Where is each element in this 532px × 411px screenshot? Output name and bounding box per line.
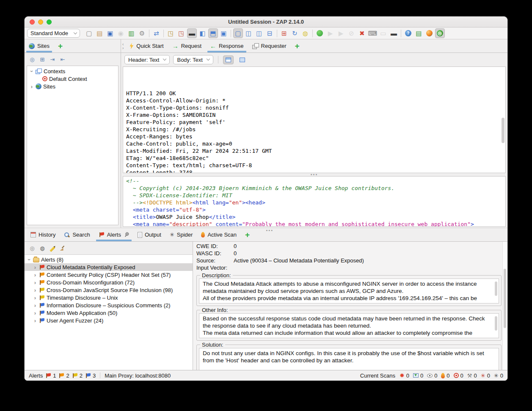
- target-gray-icon[interactable]: ◎: [28, 55, 36, 63]
- session-properties-icon[interactable]: ◳: [166, 28, 176, 38]
- tab-sites[interactable]: Sites: [25, 39, 54, 52]
- header-view-select[interactable]: Header: Text: [124, 55, 170, 64]
- break-add-icon[interactable]: ✖: [357, 28, 367, 38]
- chevron-icon[interactable]: ›: [30, 83, 34, 90]
- tab-requester[interactable]: Requester: [248, 39, 291, 52]
- open-session-icon[interactable]: ▤: [95, 28, 105, 38]
- alerts-root-item[interactable]: ›Alerts (8): [25, 256, 193, 263]
- step-icon[interactable]: ▶: [325, 28, 335, 38]
- manage-addons-icon[interactable]: ⊞: [279, 28, 289, 38]
- generate-report-icon[interactable]: ▥: [127, 28, 136, 38]
- tab-history[interactable]: History: [26, 228, 60, 241]
- contexts-tree[interactable]: ›ContextsDefault Context›Sites: [27, 66, 119, 225]
- chevron-icon[interactable]: ›: [33, 287, 37, 293]
- mode-select[interactable]: Standard Mode: [27, 29, 80, 38]
- release-notes-icon[interactable]: ▤: [414, 28, 424, 38]
- detail-group-text[interactable]: Based on the successful response status …: [199, 313, 499, 338]
- snapshot-session-icon[interactable]: ◉: [116, 28, 126, 38]
- tabs-full-icon[interactable]: ▢: [233, 28, 243, 38]
- stop-icon[interactable]: ⊘: [347, 28, 356, 38]
- play-icon[interactable]: ▶: [336, 28, 346, 38]
- export-context-icon[interactable]: ⇤: [58, 55, 67, 63]
- chevron-icon[interactable]: ›: [33, 317, 37, 324]
- detail-scrollbar[interactable]: [502, 242, 507, 370]
- scrollbar-thumb[interactable]: [502, 118, 504, 143]
- alert-item[interactable]: ›Cross-Domain JavaScript Source File Inc…: [25, 286, 193, 294]
- detail-group-text[interactable]: Do not trust any user data in NGINX conf…: [199, 348, 499, 370]
- tab-request[interactable]: →Request: [168, 39, 206, 52]
- tabs-split-icon[interactable]: ◫: [244, 28, 254, 38]
- alert-item[interactable]: ›Modern Web Application (50): [25, 309, 193, 317]
- layout-left-icon[interactable]: ◧: [198, 28, 207, 38]
- tab-scroll-buttons[interactable]: ‹›: [121, 39, 125, 52]
- tab-output[interactable]: Output: [133, 228, 165, 241]
- tabs-rows-icon[interactable]: ⊟: [265, 28, 275, 38]
- alert-item-label: Timestamp Disclosure – Unix: [47, 295, 118, 301]
- alerts-tree[interactable]: ›Alerts (8)›Cloud Metadata Potentially E…: [25, 254, 193, 370]
- tab-spider[interactable]: ✳Spider: [165, 228, 197, 241]
- new-session-icon[interactable]: ▢: [84, 28, 94, 38]
- clear-broom-icon[interactable]: [58, 244, 67, 252]
- tab-active-scan[interactable]: Active Scan: [197, 228, 241, 241]
- tree-item-contexts[interactable]: ›Contexts: [27, 67, 118, 75]
- cassette-icon[interactable]: ▬: [389, 28, 399, 38]
- check-updates-icon[interactable]: ↻: [290, 28, 300, 38]
- hud-icon[interactable]: ◎: [435, 28, 445, 38]
- chevron-icon[interactable]: ›: [33, 310, 37, 316]
- alert-item[interactable]: ›Content Security Policy (CSP) Header No…: [25, 271, 193, 279]
- combined-view-button[interactable]: [237, 55, 248, 64]
- hint-bulb-icon[interactable]: ◍: [300, 28, 310, 38]
- discard-session-icon[interactable]: ◳: [176, 28, 186, 38]
- chevron-icon[interactable]: ›: [29, 69, 35, 73]
- chevron-icon[interactable]: ›: [33, 295, 37, 301]
- split-view-button[interactable]: [223, 55, 234, 64]
- persist-session-icon[interactable]: ▣: [105, 28, 115, 38]
- tab-names-toggle-icon[interactable]: ▬: [187, 28, 197, 38]
- scrollbar-thumb[interactable]: [504, 269, 506, 328]
- tab-quick-start[interactable]: Quick Start: [125, 39, 168, 52]
- rotate-views-icon[interactable]: ⇄: [152, 28, 161, 38]
- firefox-icon[interactable]: [424, 28, 434, 38]
- tab-search[interactable]: Search: [60, 228, 94, 241]
- detail-group-text[interactable]: The Cloud Metadata Attack attempts to ab…: [199, 279, 499, 303]
- header-body-splitter[interactable]: •••: [121, 173, 507, 176]
- add-work-tab-button[interactable]: +: [291, 39, 304, 52]
- add-sites-tab-button[interactable]: +: [54, 39, 67, 52]
- layout-full-icon[interactable]: ▣: [219, 28, 229, 38]
- help-icon[interactable]: ?: [403, 28, 413, 38]
- response-body-text[interactable]: <!-- ~ Copyright (c) 2014-2023 Bjoern Ki…: [123, 176, 506, 227]
- chevron-icon[interactable]: ›: [33, 264, 37, 270]
- layout-bottom-icon[interactable]: ⬒: [208, 28, 218, 38]
- scrollbar-thumb[interactable]: [495, 281, 497, 296]
- target-gray-icon[interactable]: ◎: [28, 244, 36, 252]
- chevron-icon[interactable]: ›: [33, 272, 37, 278]
- pane-splitter-dots[interactable]: •••: [266, 228, 274, 233]
- alert-item[interactable]: ›Information Disclosure – Suspicious Com…: [25, 301, 193, 309]
- chevron-icon[interactable]: ›: [33, 279, 37, 286]
- globe-dark-icon[interactable]: ◍: [38, 244, 47, 252]
- fuzzer-keyboard-icon[interactable]: ⌨: [368, 28, 378, 38]
- chevron-icon[interactable]: ›: [26, 257, 33, 262]
- chevron-icon[interactable]: ›: [33, 302, 37, 309]
- tape-icon[interactable]: ▭: [378, 28, 388, 38]
- tree-item-sites[interactable]: ›Sites: [27, 83, 118, 90]
- body-view-select[interactable]: Body: Text: [173, 55, 213, 64]
- bolt-icon: [129, 43, 134, 49]
- options-icon[interactable]: ⚙: [137, 28, 147, 38]
- tab-alerts[interactable]: Alerts: [94, 228, 133, 241]
- tabs-columns-icon[interactable]: ◫: [254, 28, 264, 38]
- import-context-icon[interactable]: ⇥: [48, 55, 57, 63]
- scrollbar-thumb[interactable]: [495, 316, 497, 331]
- alert-item[interactable]: ›Cloud Metadata Potentially Exposed: [25, 263, 193, 271]
- tree-item-default-context[interactable]: Default Context: [27, 75, 118, 83]
- alert-item[interactable]: ›User Agent Fuzzer (24): [25, 317, 193, 324]
- response-header-text[interactable]: HTTP/1.1 200 OKAccess-Control-Allow-Orig…: [123, 66, 506, 173]
- edit-pencil-icon[interactable]: [48, 244, 57, 252]
- body-line: <meta charset="utf-8">: [126, 206, 505, 213]
- alert-item[interactable]: ›Timestamp Disclosure – Unix: [25, 294, 193, 301]
- alert-item[interactable]: ›Cross-Domain Misconfiguration (72): [25, 279, 193, 286]
- add-bottom-tab-button[interactable]: +: [241, 228, 254, 241]
- record-icon[interactable]: [315, 28, 325, 38]
- new-context-icon[interactable]: ⊞: [38, 55, 47, 63]
- tab-response[interactable]: ←Response: [206, 39, 248, 52]
